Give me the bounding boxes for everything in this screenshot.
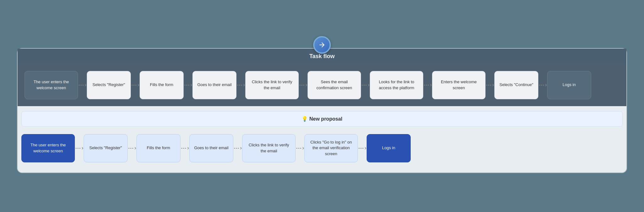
main-panel: Task flow The user enters the welcome sc… (17, 48, 627, 173)
connector-5 (358, 147, 367, 149)
connector-3 (236, 84, 245, 86)
connector-0 (75, 147, 84, 149)
flow-card-tf-3[interactable]: Fills the form (140, 71, 184, 99)
arrow-right-icon (318, 41, 326, 49)
top-icon-wrapper (17, 36, 627, 54)
connector-2 (184, 84, 192, 86)
connector-4 (299, 84, 308, 86)
connector-1 (131, 84, 140, 86)
flow-card-tf-5[interactable]: Clicks the link to verify the email (245, 71, 299, 99)
connector-5 (361, 84, 370, 86)
new-proposal-section: 💡 New proposal The user enters the welco… (18, 111, 626, 166)
task-flow-inner: The user enters the welcome screen Selec… (18, 64, 626, 106)
flow-card-tf-9[interactable]: Selects "Continue" (494, 71, 538, 99)
connector-7 (486, 84, 494, 86)
connector-4 (296, 147, 304, 149)
new-proposal-title: 💡 New proposal (302, 116, 342, 122)
task-flow-title: Task flow (309, 53, 335, 59)
new-proposal-row: The user enters the welcome screen Selec… (18, 130, 626, 166)
flow-card-np-5[interactable]: Clicks the link to verify the email (242, 134, 296, 162)
connector-1 (128, 147, 136, 149)
connector-0 (78, 84, 87, 86)
connector-2 (180, 147, 189, 149)
navigation-icon (313, 36, 331, 54)
flow-card-tf-10[interactable]: Logs in (547, 71, 591, 99)
outer-container: Task flow The user enters the welcome sc… (11, 33, 633, 179)
flow-card-np-2[interactable]: Selects "Register" (84, 134, 128, 162)
flow-card-tf-7[interactable]: Looks for the link to access the platfor… (370, 71, 423, 99)
flow-card-tf-2[interactable]: Selects "Register" (87, 71, 131, 99)
flow-card-tf-8[interactable]: Enters the welcome screen (432, 71, 486, 99)
connector-6 (423, 84, 432, 86)
flow-card-tf-1[interactable]: The user enters the welcome screen (25, 71, 78, 99)
flow-card-np-4[interactable]: Goes to their email (189, 134, 233, 162)
connector-8 (538, 84, 547, 86)
flow-card-np-7[interactable]: Logs in (367, 134, 411, 162)
flow-card-np-1[interactable]: The user enters the welcome screen (21, 134, 75, 162)
flow-card-tf-6[interactable]: Sees the email confirmation screen (308, 71, 361, 99)
connector-3 (233, 147, 242, 149)
flow-card-np-3[interactable]: Fills the form (136, 134, 180, 162)
task-flow-row: The user enters the welcome screen Selec… (21, 67, 623, 103)
flow-card-tf-4[interactable]: Goes to their email (192, 71, 236, 99)
task-flow-section: Task flow The user enters the welcome sc… (18, 49, 626, 106)
flow-card-np-6[interactable]: Clicks "Go to log in" on the email verif… (304, 134, 358, 162)
new-proposal-header: 💡 New proposal (21, 111, 623, 127)
